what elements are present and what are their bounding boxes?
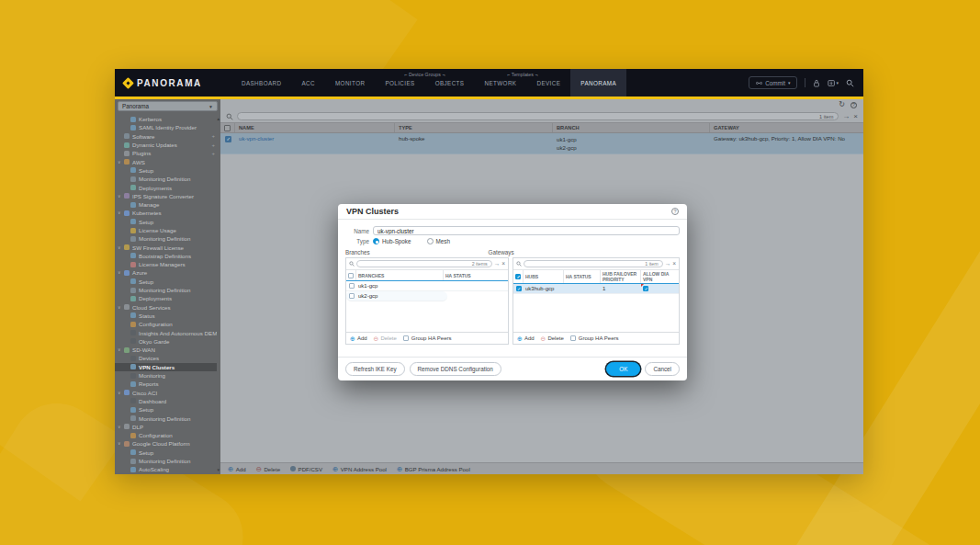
sidebar-item-monitoring-definition[interactable]: Monitoring Definition <box>115 175 217 183</box>
help-icon[interactable]: ? <box>671 208 679 215</box>
sidebar-item-reports[interactable]: Reports <box>115 380 217 388</box>
radio-mesh[interactable]: Mesh <box>427 238 450 244</box>
expand-plus-icon[interactable]: + <box>211 142 217 148</box>
sidebar-item-license-managers[interactable]: License Managers <box>115 260 217 268</box>
column-header-allow-dia-vpn[interactable]: ALLOW DIA VPN <box>641 270 679 283</box>
sidebar-item-monitoring-definition[interactable]: Monitoring Definition <box>115 234 217 243</box>
sidebar-item-status[interactable]: Status <box>115 312 217 320</box>
sidebar-item-setup[interactable]: Setup <box>115 278 217 286</box>
sidebar-item-kerberos[interactable]: Kerberos <box>115 115 217 123</box>
sidebar-item-monitoring-definition[interactable]: Monitoring Definition <box>115 414 217 422</box>
select-all-checkbox[interactable] <box>515 274 521 279</box>
sidebar-item-dashboard[interactable]: Dashboard <box>115 397 217 405</box>
vpn-address-pool-button[interactable]: ⊕VPN Address Pool <box>332 466 387 472</box>
sidebar-item-okyo-garde[interactable]: Okyo Garde <box>115 337 217 346</box>
expand-plus-icon[interactable]: + <box>211 151 217 156</box>
sidebar-item-setup[interactable]: Setup <box>115 405 217 414</box>
nav-item-dashboard[interactable]: DASHBOARD <box>231 69 292 97</box>
sidebar-item-deployments[interactable]: Deployments <box>115 294 217 302</box>
sidebar-item-insights-and-autonomous-dem[interactable]: Insights And Autonomous DEM <box>115 328 217 336</box>
ok-button[interactable]: OK <box>606 362 640 376</box>
row-checkbox[interactable] <box>349 293 355 299</box>
column-header-gateway[interactable]: GATEWAY <box>710 123 863 132</box>
column-header-type[interactable]: TYPE <box>395 123 553 132</box>
add-button[interactable]: ⊕Add <box>517 335 535 342</box>
search-icon[interactable] <box>846 79 854 87</box>
sidebar-item-setup[interactable]: Setup <box>115 166 217 175</box>
sidebar-item-google-cloud-platform[interactable]: ∨Google Cloud Platform <box>115 439 217 448</box>
sidebar-item-ips-signature-converter[interactable]: ∨IPS Signature Converter <box>115 192 217 200</box>
row-checkbox[interactable] <box>225 136 231 142</box>
delete-button[interactable]: ⊖Delete <box>374 335 397 342</box>
radio-hub-spoke[interactable]: Hub-Spoke <box>373 238 411 244</box>
table-row[interactable]: uk-vpn-cluster hub-spoke uk1-gcp uk2-gcp… <box>220 133 863 154</box>
sidebar-item-cloud-services[interactable]: ∨Cloud Services <box>115 303 217 312</box>
sidebar-item-configuration[interactable]: Configuration <box>115 431 217 439</box>
name-input[interactable] <box>373 226 680 235</box>
sidebar-item-deployments[interactable]: Deployments <box>115 183 217 191</box>
column-header-branches[interactable]: BRANCHES <box>356 270 444 280</box>
branches-search-input[interactable]: 2 items <box>356 260 492 267</box>
column-header-ha-status[interactable]: HA STATUS <box>564 270 601 283</box>
column-header-ha-status[interactable]: HA STATUS <box>444 270 508 280</box>
sidebar-item-setup[interactable]: Setup <box>115 448 217 457</box>
column-header-name[interactable]: NAME <box>235 123 395 132</box>
clear-filter-icon[interactable]: × <box>853 113 858 120</box>
sidebar-item-license-usage[interactable]: License Usage <box>115 226 217 234</box>
branch-row-uk2-gcp[interactable]: uk2-gcp <box>346 291 447 301</box>
apply-filter-icon[interactable]: → <box>842 113 850 120</box>
clear-filter-icon[interactable]: × <box>501 261 505 267</box>
select-all-checkbox[interactable] <box>224 125 231 131</box>
sidebar-item-setup[interactable]: Setup <box>115 218 217 226</box>
gateways-search-input[interactable]: 1 item <box>524 260 663 267</box>
clear-filter-icon[interactable]: × <box>672 261 676 267</box>
delete-button[interactable]: ⊖Delete <box>256 466 280 472</box>
sidebar-item-bootstrap-definitions[interactable]: Bootstrap Definitions <box>115 252 217 260</box>
sidebar-item-monitoring-definition[interactable]: Monitoring Definition <box>115 286 217 294</box>
select-all-checkbox[interactable] <box>348 273 354 278</box>
refresh-ike-key-button[interactable]: Refresh IKE Key <box>345 362 405 376</box>
sidebar-item-software[interactable]: Software+ <box>115 132 217 141</box>
bgp-prisma-address-pool-button[interactable]: ⊕BGP Prisma Address Pool <box>397 466 470 472</box>
sidebar-item-saml-identity-provider[interactable]: SAML Identity Provider <box>115 123 217 131</box>
pdf-csv-button[interactable]: PDF/CSV <box>290 466 322 472</box>
sidebar-item-sw-firewall-license[interactable]: ∨SW Firewall License <box>115 243 217 251</box>
scroll-down-icon[interactable]: ▼ <box>216 468 220 472</box>
apply-filter-icon[interactable]: → <box>665 261 671 267</box>
allow-dia-vpn-checkbox[interactable] <box>643 286 648 291</box>
lock-icon[interactable] <box>813 79 820 87</box>
nav-item-acc[interactable]: ACC <box>291 69 325 97</box>
gateway-row-uk3hub-gcp[interactable]: uk3hub-gcp1 <box>513 284 679 294</box>
sidebar-item-devices[interactable]: Devices <box>115 354 217 362</box>
sidebar-item-kubernetes[interactable]: ∨Kubernetes <box>115 209 217 217</box>
sidebar-item-manage[interactable]: Manage <box>115 200 217 209</box>
column-header-hub-failover-priority[interactable]: HUB FAILOVER PRIORITY <box>601 270 641 283</box>
scroll-up-icon[interactable]: ▲ <box>216 117 220 121</box>
refresh-icon[interactable]: ↻ <box>839 101 845 108</box>
add-button[interactable]: ⊕Add <box>350 335 367 342</box>
nav-item-panorama[interactable]: PANORAMA <box>570 69 626 97</box>
sidebar-item-autoscaling[interactable]: AutoScaling <box>115 465 217 473</box>
row-checkbox[interactable] <box>516 286 522 291</box>
sidebar-item-dlp[interactable]: ∨DLP <box>115 423 217 431</box>
sidebar-item-cisco-aci[interactable]: ∨Cisco ACI <box>115 389 217 397</box>
scope-select[interactable]: Panorama ▼ <box>118 101 218 111</box>
column-header-hubs[interactable]: HUBS <box>524 270 564 283</box>
save-export-icon[interactable]: ▾ <box>828 79 839 87</box>
sidebar-item-azure[interactable]: ∨Azure <box>115 268 217 277</box>
sidebar-item-aws[interactable]: ∨AWS <box>115 157 217 165</box>
help-icon[interactable]: ? <box>850 102 857 108</box>
sidebar-item-sd-wan[interactable]: ∨SD-WAN <box>115 346 217 354</box>
sidebar-item-monitoring-definition[interactable]: Monitoring Definition <box>115 457 217 465</box>
branch-row-uk1-gcp[interactable]: uk1-gcp <box>346 281 508 291</box>
sidebar-item-plugins[interactable]: Plugins+ <box>115 149 217 157</box>
main-search-input[interactable]: 1 item <box>237 112 839 120</box>
sidebar-item-vpn-clusters[interactable]: VPN Clusters <box>115 363 217 371</box>
expand-plus-icon[interactable]: + <box>211 133 217 139</box>
remove-ddns-configuration-button[interactable]: Remove DDNS Configuration <box>410 362 501 376</box>
apply-filter-icon[interactable]: → <box>494 261 501 267</box>
cancel-button[interactable]: Cancel <box>645 362 680 376</box>
sidebar-item-monitoring[interactable]: Monitoring <box>115 371 217 380</box>
sidebar-item-dynamic-updates[interactable]: Dynamic Updates+ <box>115 141 217 149</box>
commit-button[interactable]: Commit ▾ <box>749 76 797 89</box>
